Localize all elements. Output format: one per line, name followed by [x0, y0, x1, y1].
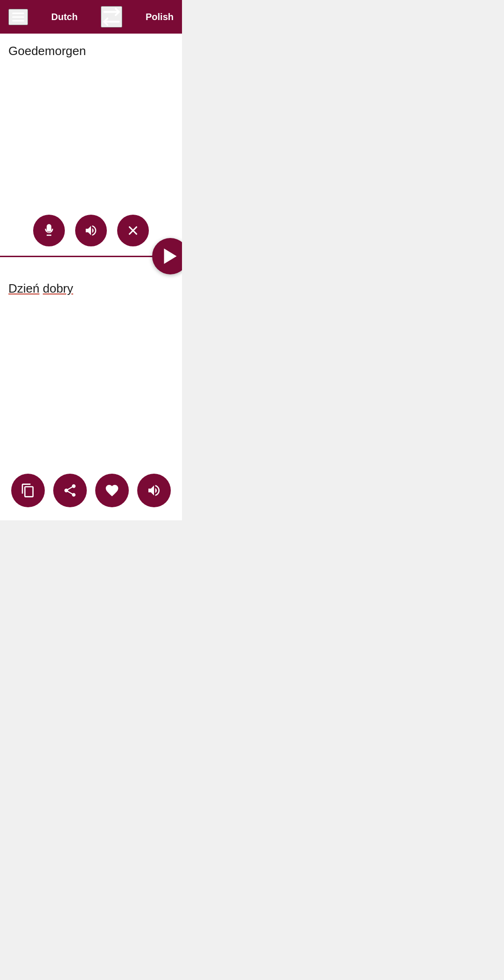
favorite-button[interactable] — [95, 474, 129, 507]
menu-button[interactable] — [8, 9, 28, 25]
translated-word-2: dobry — [43, 281, 73, 295]
source-speaker-button[interactable] — [75, 215, 107, 246]
share-button[interactable] — [53, 474, 87, 507]
source-language[interactable]: Dutch — [51, 12, 78, 22]
copy-button[interactable] — [11, 474, 45, 507]
microphone-button[interactable] — [33, 215, 65, 246]
target-text-display: Dzień dobry — [0, 271, 182, 467]
app-header: Dutch Polish — [0, 0, 182, 34]
target-language[interactable]: Polish — [146, 12, 174, 22]
source-text-input[interactable]: Goedemorgen — [0, 34, 182, 206]
target-actions-bar — [0, 467, 182, 520]
target-panel: Dzień dobry — [0, 257, 182, 520]
clear-button[interactable] — [117, 215, 149, 246]
source-panel: Goedemorgen — [0, 34, 182, 257]
svg-marker-2 — [164, 249, 177, 264]
translated-word-1: Dzień — [8, 281, 39, 295]
swap-languages-button[interactable] — [101, 6, 122, 28]
target-speaker-button[interactable] — [137, 474, 171, 507]
panels-container: Goedemorgen — [0, 34, 182, 520]
